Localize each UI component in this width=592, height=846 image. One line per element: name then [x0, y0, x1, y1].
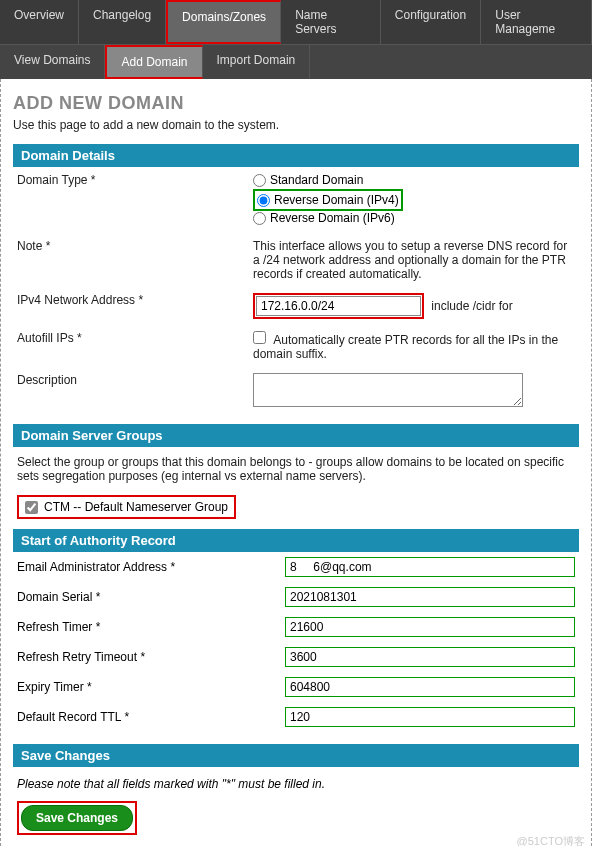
radio-reverse-ipv4-label: Reverse Domain (IPv4)	[274, 193, 399, 207]
secondary-nav: View Domains Add Domain Import Domain	[0, 44, 592, 79]
input-ipv4[interactable]	[256, 296, 421, 316]
tab-overview[interactable]: Overview	[0, 0, 79, 44]
radio-reverse-ipv4-input[interactable]	[257, 194, 270, 207]
row-soa-ttl: Default Record TTL *	[13, 702, 579, 732]
subtab-view-domains[interactable]: View Domains	[0, 45, 105, 79]
row-domain-type: Domain Type * Standard Domain Reverse Do…	[13, 167, 579, 233]
row-soa-email: Email Administrator Address *	[13, 552, 579, 582]
label-soa-email: Email Administrator Address *	[17, 560, 285, 574]
radio-reverse-ipv4[interactable]: Reverse Domain (IPv4)	[257, 193, 399, 207]
input-soa-refresh[interactable]	[285, 617, 575, 637]
page-subtitle: Use this page to add a new domain to the…	[13, 118, 579, 132]
tab-configuration[interactable]: Configuration	[381, 0, 481, 44]
watermark: @51CTO博客	[517, 834, 585, 846]
checkbox-group-ctm[interactable]	[25, 501, 38, 514]
section-soa: Start of Authority Record	[13, 529, 579, 552]
subtab-import-domain[interactable]: Import Domain	[203, 45, 311, 79]
page-title: ADD NEW DOMAIN	[13, 93, 579, 114]
group-ctm-default[interactable]: CTM -- Default Nameserver Group	[17, 495, 236, 519]
label-soa-serial: Domain Serial *	[17, 590, 285, 604]
label-ipv4: IPv4 Network Address *	[17, 293, 253, 319]
label-domain-type: Domain Type *	[17, 173, 253, 227]
label-soa-ttl: Default Record TTL *	[17, 710, 285, 724]
section-server-groups: Domain Server Groups	[13, 424, 579, 447]
row-note: Note * This interface allows you to setu…	[13, 233, 579, 287]
primary-nav: Overview Changelog Domains/Zones Name Se…	[0, 0, 592, 44]
input-soa-email[interactable]	[285, 557, 575, 577]
input-soa-expiry[interactable]	[285, 677, 575, 697]
row-soa-retry: Refresh Retry Timeout *	[13, 642, 579, 672]
server-groups-help: Select the group or groups that this dom…	[17, 455, 575, 483]
group-ctm-label: CTM -- Default Nameserver Group	[44, 500, 228, 514]
row-soa-serial: Domain Serial *	[13, 582, 579, 612]
label-soa-expiry: Expiry Timer *	[17, 680, 285, 694]
radio-reverse-ipv6-label: Reverse Domain (IPv6)	[270, 211, 395, 225]
label-description: Description	[17, 373, 253, 410]
save-note: Please note that all fields marked with …	[17, 777, 575, 791]
radio-standard-label: Standard Domain	[270, 173, 363, 187]
radio-standard-domain[interactable]: Standard Domain	[253, 173, 575, 187]
row-autofill: Autofill IPs * Automatically create PTR …	[13, 325, 579, 367]
subtab-add-domain[interactable]: Add Domain	[105, 45, 202, 79]
row-ipv4: IPv4 Network Address * include /cidr for	[13, 287, 579, 325]
checkbox-autofill[interactable]	[253, 331, 266, 344]
radio-standard-input[interactable]	[253, 174, 266, 187]
page-body: ADD NEW DOMAIN Use this page to add a ne…	[0, 79, 592, 846]
label-soa-refresh: Refresh Timer *	[17, 620, 285, 634]
tab-usermanagement[interactable]: User Manageme	[481, 0, 592, 44]
radio-reverse-ipv6-input[interactable]	[253, 212, 266, 225]
input-soa-retry[interactable]	[285, 647, 575, 667]
input-soa-ttl[interactable]	[285, 707, 575, 727]
ipv4-hint: include /cidr for	[431, 299, 512, 313]
label-note: Note *	[17, 239, 253, 281]
row-description: Description	[13, 367, 579, 416]
section-save: Save Changes	[13, 744, 579, 767]
label-autofill: Autofill IPs *	[17, 331, 253, 361]
radio-reverse-ipv6[interactable]: Reverse Domain (IPv6)	[253, 211, 575, 225]
tab-nameservers[interactable]: Name Servers	[281, 0, 381, 44]
note-text: This interface allows you to setup a rev…	[253, 239, 575, 281]
textarea-description[interactable]	[253, 373, 523, 407]
row-soa-refresh: Refresh Timer *	[13, 612, 579, 642]
save-changes-button[interactable]: Save Changes	[21, 805, 133, 831]
input-soa-serial[interactable]	[285, 587, 575, 607]
section-domain-details: Domain Details	[13, 144, 579, 167]
tab-domains[interactable]: Domains/Zones	[166, 0, 281, 44]
autofill-text: Automatically create PTR records for all…	[253, 333, 558, 361]
label-soa-retry: Refresh Retry Timeout *	[17, 650, 285, 664]
tab-changelog[interactable]: Changelog	[79, 0, 166, 44]
row-soa-expiry: Expiry Timer *	[13, 672, 579, 702]
